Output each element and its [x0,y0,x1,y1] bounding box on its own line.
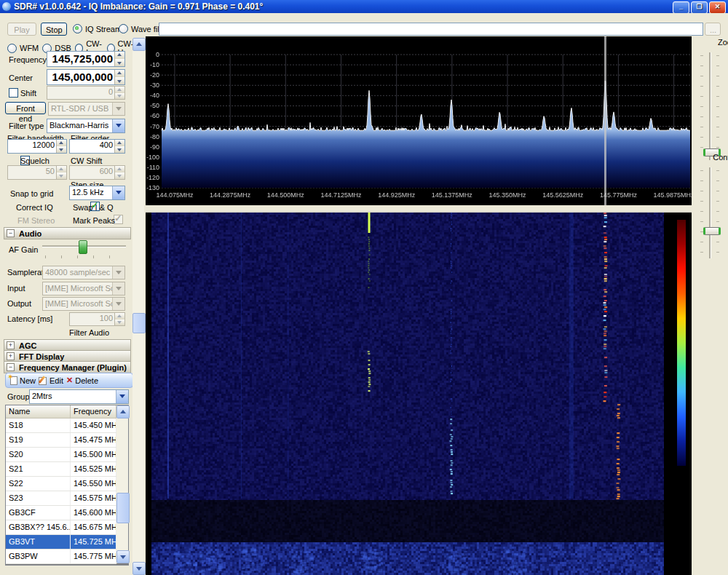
wave-file-radio-dot[interactable] [119,24,128,33]
cell-frequency[interactable]: 145.600 MHz [71,506,116,520]
table-row[interactable]: GB3VT145.725 MHz [6,535,116,550]
cell-name[interactable]: S22 [6,477,71,491]
wave-file-radio[interactable]: Wave file [119,24,164,33]
restore-button[interactable]: ❐ [691,1,708,14]
cell-name[interactable]: GB3CF [6,506,71,520]
contrast-slider-thumb[interactable] [703,227,721,235]
column-header-frequency[interactable]: Frequency [71,405,116,418]
scroll-up-icon[interactable] [132,38,146,51]
step-size-dropdown-icon[interactable] [112,186,124,199]
scroll-down-icon[interactable] [116,550,130,563]
cell-name[interactable]: S21 [6,462,71,476]
cell-frequency[interactable]: 145.725 MHz [71,535,116,549]
cell-frequency[interactable]: 145.475 MHz [71,433,116,447]
stop-button[interactable]: Stop [41,23,67,36]
shift-checkbox[interactable] [9,88,18,98]
close-button[interactable]: ✕ [709,1,726,14]
cell-frequency[interactable]: 145.775 MHz [71,550,116,563]
cell-frequency[interactable]: 145.450 MHz [71,419,116,432]
center-spinner[interactable] [114,70,124,84]
new-button[interactable]: New [9,376,36,385]
iq-stream-radio-dot[interactable] [73,24,82,33]
filter-audio-label: Filter Audio [69,328,109,337]
filter-bandwidth-spinner[interactable] [56,140,66,153]
scroll-down-icon[interactable] [132,562,146,575]
waterfall-canvas[interactable] [146,211,692,575]
filter-bandwidth-value[interactable]: 12000 [8,140,56,153]
demod-radio-wfm[interactable]: WFM [7,44,39,53]
title-bar[interactable]: SDR# v1.0.0.642 - IQ Imbalance: Gain = 0… [0,0,728,13]
cell-name[interactable]: S23 [6,491,71,505]
cell-name[interactable]: S19 [6,433,71,447]
frequency-spinner[interactable] [114,52,124,66]
filter-order-field[interactable]: 400 [69,139,125,154]
output-dropdown-icon [112,298,124,310]
cell-frequency[interactable]: 145.550 MHz [71,477,116,491]
demod-radio-label: WFM [20,44,39,52]
table-row[interactable]: S18145.450 MHz [6,419,116,433]
filter-order-spinner[interactable] [114,140,124,153]
table-row[interactable]: S20145.500 MHz [6,448,116,462]
cell-name[interactable]: S18 [6,419,71,432]
af-gain-slider[interactable] [42,240,126,253]
contrast-slider[interactable] [700,167,719,258]
wave-file-path-input[interactable] [159,23,703,36]
cell-name[interactable]: GB3VT [6,535,71,549]
cell-name[interactable]: GB3PW [6,550,71,563]
table-row[interactable]: S23145.575 MHz [6,491,116,506]
expand-icon[interactable]: + [7,341,15,349]
table-row[interactable]: GB3PW145.775 MHz [6,550,116,564]
table-row[interactable]: S21145.525 MHz [6,462,116,477]
filter-type-combo[interactable]: Blackman-Harris [47,119,125,133]
collapse-icon[interactable]: − [7,229,15,237]
group-combo[interactable]: 2Mtrs [29,389,129,404]
radio-icon[interactable] [7,44,17,53]
spectrum-canvas[interactable] [146,36,692,205]
cell-name[interactable]: S20 [6,448,71,461]
iq-stream-radio[interactable]: IQ Stream [73,24,122,33]
cell-frequency[interactable]: 145.525 MHz [71,462,116,476]
table-row[interactable]: GB3CF145.600 MHz [6,506,116,520]
cell-frequency[interactable]: 145.575 MHz [71,491,116,505]
center-field[interactable]: 145,000,000 [47,69,125,85]
waterfall-display[interactable] [146,211,692,575]
delete-button[interactable]: ✕ Delete [66,376,98,385]
panel-scrollbar-thumb[interactable] [132,313,146,333]
expand-icon[interactable]: + [7,352,15,360]
step-size-value[interactable]: 12.5 kHz [70,186,112,199]
browse-button[interactable]: ... [705,23,721,36]
af-gain-slider-thumb[interactable] [79,240,87,254]
filter-bandwidth-field[interactable]: 12000 [7,139,67,154]
filter-type-dropdown-icon[interactable] [112,119,124,132]
group-value[interactable]: 2Mtrs [30,390,116,403]
play-button[interactable]: Play [7,23,36,36]
filter-order-value[interactable]: 400 [70,140,114,153]
group-dropdown-icon[interactable] [116,390,128,403]
frequency-field[interactable]: 145,725,000 [47,51,125,67]
panel-scrollbar[interactable] [132,38,144,575]
table-scrollbar[interactable] [116,405,128,563]
center-value[interactable]: 145,000,000 [47,70,114,84]
table-scrollbar-thumb[interactable] [116,493,130,523]
table-row[interactable]: GB3BX?? 145.6...145.675 MHz [6,520,116,535]
spectrum-display[interactable] [146,36,692,205]
table-header[interactable]: Name Frequency [6,405,116,419]
scroll-up-icon[interactable] [116,405,130,419]
column-header-name[interactable]: Name [6,405,71,418]
cell-frequency[interactable]: 145.675 MHz [71,520,116,534]
zoom-slider[interactable] [700,52,719,160]
frequency-manager-section-header[interactable]: −Frequency Manager (Plugin) [4,361,131,373]
collapse-icon[interactable]: − [7,363,15,371]
frequency-value[interactable]: 145,725,000 [47,52,114,66]
filter-type-value[interactable]: Blackman-Harris [47,119,112,132]
minimize-button[interactable]: _ [673,1,689,14]
front-end-button[interactable]: Front end [5,102,46,114]
table-row[interactable]: S19145.475 MHz [6,433,116,448]
display-splitter[interactable] [146,205,692,211]
table-row[interactable]: S22145.550 MHz [6,477,116,491]
audio-section-header[interactable]: −Audio [4,227,131,239]
step-size-combo[interactable]: 12.5 kHz [69,186,125,200]
cell-name[interactable]: GB3BX?? 145.6... [6,520,71,534]
cell-frequency[interactable]: 145.500 MHz [71,448,116,461]
edit-button[interactable]: Edit [39,376,63,385]
